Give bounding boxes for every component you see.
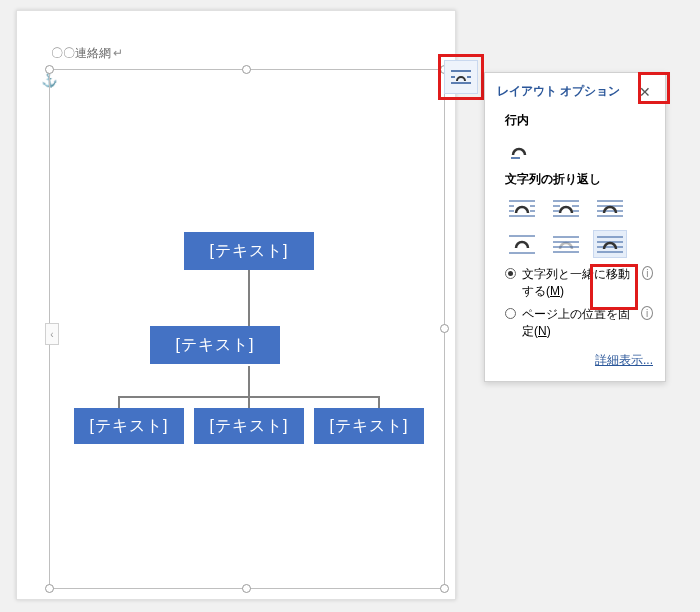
wrap-behind-icon: [551, 233, 581, 255]
radio-label: 文字列と一緒に移動する(M): [522, 266, 636, 300]
wrap-square-icon: [507, 197, 537, 219]
page-title-text: 〇〇連絡網: [51, 45, 111, 62]
chevron-left-icon: ‹: [50, 329, 53, 340]
selection-frame[interactable]: [テキスト] [テキスト] [テキスト] [テキスト] [テキスト]: [49, 69, 445, 589]
close-icon: ✕: [639, 84, 651, 100]
section-label-wrap: 文字列の折り返し: [505, 171, 653, 188]
connector-line: [248, 396, 250, 408]
inline-icon: [508, 138, 536, 160]
connector-line: [248, 270, 250, 326]
smartart-node[interactable]: [テキスト]: [74, 408, 184, 444]
wrap-through-icon: [595, 197, 625, 219]
layout-option-through[interactable]: [593, 194, 627, 222]
layout-options-panel: レイアウト オプション ✕ 行内 文字列の折り返し 文字列と一緒に移動する(M)…: [484, 72, 666, 382]
connector-line: [248, 366, 250, 396]
connector-line: [118, 396, 120, 408]
node-text: [テキスト]: [90, 416, 169, 437]
section-label-inline: 行内: [505, 112, 653, 129]
radio-move-with-text[interactable]: 文字列と一緒に移動する(M) i: [505, 266, 653, 300]
wrap-front-icon: [595, 233, 625, 255]
info-icon[interactable]: i: [641, 306, 653, 320]
paragraph-mark-icon: ↵: [113, 46, 123, 60]
layout-option-in-front-of-text[interactable]: [593, 230, 627, 258]
layout-options-button[interactable]: [444, 60, 478, 94]
node-text: [テキスト]: [176, 335, 255, 356]
see-more-link[interactable]: 詳細表示...: [497, 352, 653, 369]
radio-label: ページ上の位置を固定(N): [522, 306, 635, 340]
smartart-node[interactable]: [テキスト]: [184, 232, 314, 270]
info-icon[interactable]: i: [642, 266, 653, 280]
layout-option-top-bottom[interactable]: [505, 230, 539, 258]
radio-icon: [505, 308, 516, 319]
layout-option-square[interactable]: [505, 194, 539, 222]
page-title: 〇〇連絡網 ↵: [51, 45, 123, 62]
layout-option-behind-text[interactable]: [549, 230, 583, 258]
document-page: 〇〇連絡網 ↵ ⚓ [テキスト] [テキスト] [テキスト] [テキスト] [テ…: [16, 10, 456, 600]
node-text: [テキスト]: [210, 241, 289, 262]
smartart-node[interactable]: [テキスト]: [150, 326, 280, 364]
node-text: [テキスト]: [330, 416, 409, 437]
smartart-text-pane-toggle[interactable]: ‹: [45, 323, 59, 345]
node-text: [テキスト]: [210, 416, 289, 437]
smartart-node[interactable]: [テキスト]: [194, 408, 304, 444]
wrap-text-icon: [450, 68, 472, 86]
layout-option-tight[interactable]: [549, 194, 583, 222]
radio-fix-position[interactable]: ページ上の位置を固定(N) i: [505, 306, 653, 340]
radio-icon: [505, 268, 516, 279]
smartart-node[interactable]: [テキスト]: [314, 408, 424, 444]
wrap-topbottom-icon: [507, 233, 537, 255]
close-button[interactable]: ✕: [637, 84, 653, 100]
panel-title: レイアウト オプション: [497, 83, 620, 100]
connector-line: [378, 396, 380, 408]
layout-option-inline[interactable]: [505, 135, 539, 163]
wrap-tight-icon: [551, 197, 581, 219]
smartart-canvas[interactable]: [テキスト] [テキスト] [テキスト] [テキスト] [テキスト]: [50, 70, 444, 588]
